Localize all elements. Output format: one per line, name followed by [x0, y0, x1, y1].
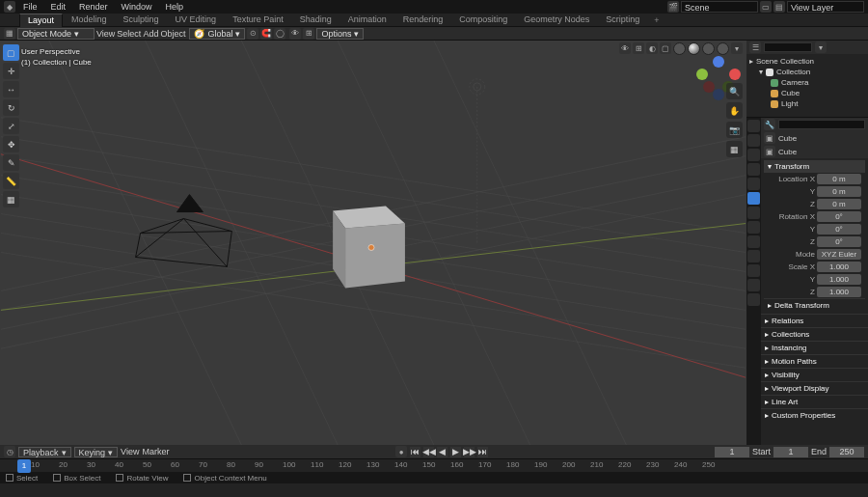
proportional-icon[interactable]: ◯: [274, 28, 285, 40]
tab-data[interactable]: [747, 264, 760, 277]
overlay-toggle[interactable]: 👁: [289, 28, 301, 40]
workspace-add[interactable]: +: [648, 15, 665, 25]
tab-texture[interactable]: [747, 293, 760, 306]
tab-viewlayer[interactable]: [747, 149, 760, 161]
jump-start[interactable]: ⏮: [410, 447, 420, 457]
tool-annotate[interactable]: ✎: [3, 154, 19, 171]
tool-scale[interactable]: ⤢: [3, 118, 19, 134]
tab-constraint[interactable]: [747, 250, 760, 262]
gizmo-neg-z[interactable]: [713, 89, 724, 100]
shading-options-icon[interactable]: ▾: [731, 42, 743, 54]
props-search[interactable]: [778, 120, 865, 129]
timeline-view[interactable]: View: [121, 447, 139, 456]
pivot-icon[interactable]: ⊙: [247, 28, 258, 40]
panel-custom-properties[interactable]: ▸Custom Properties: [761, 408, 868, 422]
jump-end[interactable]: ⏭: [477, 447, 488, 457]
tab-object[interactable]: [747, 192, 760, 205]
tab-modeling[interactable]: Modeling: [64, 14, 115, 26]
menu-file[interactable]: File: [17, 1, 43, 13]
tab-scene[interactable]: [747, 163, 760, 176]
tab-animation[interactable]: Animation: [340, 14, 394, 26]
tool-cursor[interactable]: ✛: [3, 63, 19, 79]
playback-menu[interactable]: Playback▾: [18, 447, 71, 457]
outliner-scene-collection[interactable]: ▸Scene Collection: [749, 56, 865, 67]
overlay-icon[interactable]: ◐: [646, 42, 658, 54]
tab-rendering[interactable]: Rendering: [395, 14, 451, 26]
nav-pan[interactable]: ✋: [726, 102, 743, 119]
keying-menu[interactable]: Keying▾: [74, 447, 119, 457]
scene-name-field[interactable]: Scene: [681, 1, 758, 13]
xray-icon[interactable]: ▢: [660, 42, 671, 54]
tab-scripting[interactable]: Scripting: [598, 14, 647, 26]
gizmo-vis-icon[interactable]: ⊞: [633, 42, 644, 54]
nav-persp[interactable]: ▦: [726, 141, 743, 157]
mode-dropdown[interactable]: Object Mode▾: [17, 28, 95, 40]
viewport-3d[interactable]: User Perspective (1) Collection | Cube ▢…: [0, 41, 746, 445]
props-editor-icon[interactable]: 🔧: [764, 119, 775, 130]
tab-physics[interactable]: [747, 235, 760, 248]
menu-object[interactable]: Object: [160, 29, 185, 39]
tab-shading[interactable]: Shading: [292, 14, 339, 26]
panel-line-art[interactable]: ▸Line Art: [761, 395, 868, 408]
location-z[interactable]: 0 m: [817, 199, 861, 209]
tab-world[interactable]: [747, 178, 760, 190]
timeline-ruler[interactable]: 1 10203040506070809010011012013014015016…: [0, 458, 868, 472]
tool-select-box[interactable]: ▢: [3, 44, 19, 61]
shading-solid[interactable]: [688, 42, 700, 55]
view-object-types[interactable]: 👁: [619, 42, 631, 54]
tab-material[interactable]: [747, 279, 760, 291]
tab-layout[interactable]: Layout: [19, 14, 63, 27]
tab-uv[interactable]: UV Editing: [168, 14, 225, 26]
location-x[interactable]: 0 m: [817, 174, 861, 184]
playhead[interactable]: 1: [17, 459, 31, 473]
outliner-item-light[interactable]: Light: [749, 98, 865, 109]
scale-x[interactable]: 1.000: [817, 262, 861, 272]
outliner-search[interactable]: [764, 42, 812, 52]
tool-move[interactable]: ↔: [3, 81, 19, 97]
outliner-collection[interactable]: ▾Collection: [749, 67, 865, 77]
editor-type-icon[interactable]: ▦: [4, 28, 15, 40]
tab-compositing[interactable]: Compositing: [451, 14, 515, 26]
tool-add-cube[interactable]: ▦: [3, 191, 19, 207]
blender-icon[interactable]: ◆: [4, 1, 15, 13]
menu-select[interactable]: Select: [117, 29, 141, 39]
menu-add[interactable]: Add: [143, 29, 158, 39]
tab-modifier[interactable]: [747, 207, 760, 219]
viewlayer-new-icon[interactable]: ▭: [760, 1, 772, 13]
outliner-item-camera[interactable]: Camera: [749, 77, 865, 88]
gizmo-toggle[interactable]: ⊞: [303, 28, 314, 40]
location-y[interactable]: 0 m: [817, 186, 861, 197]
panel-visibility[interactable]: ▸Visibility: [761, 368, 868, 381]
snap-icon[interactable]: 🧲: [260, 28, 272, 40]
tab-output[interactable]: [747, 134, 760, 147]
tab-render[interactable]: [747, 120, 760, 132]
options-dropdown[interactable]: Options▾: [316, 28, 364, 40]
rotation-y[interactable]: 0°: [817, 224, 861, 235]
tab-geonodes[interactable]: Geometry Nodes: [516, 14, 597, 26]
frame-current[interactable]: 1: [715, 447, 749, 457]
shading-rendered[interactable]: [717, 42, 729, 55]
menu-render[interactable]: Render: [73, 1, 114, 13]
keyframe-prev[interactable]: ◀◀: [423, 447, 434, 457]
gizmo-z[interactable]: [713, 56, 724, 68]
panel-delta[interactable]: ▸Delta Transform: [764, 298, 865, 312]
scale-y[interactable]: 1.000: [817, 274, 861, 285]
tool-rotate[interactable]: ↻: [3, 99, 19, 116]
gizmo-x[interactable]: [729, 69, 741, 80]
rotation-z[interactable]: 0°: [817, 236, 861, 247]
menu-edit[interactable]: Edit: [45, 1, 72, 13]
nav-zoom[interactable]: 🔍: [726, 83, 743, 99]
autokey-icon[interactable]: ●: [395, 446, 407, 457]
timeline-editor-icon[interactable]: ◷: [4, 446, 15, 457]
frame-start[interactable]: 1: [773, 447, 808, 457]
keyframe-next[interactable]: ▶▶: [464, 447, 475, 457]
tab-texture[interactable]: Texture Paint: [225, 14, 291, 26]
frame-end[interactable]: 250: [829, 447, 864, 457]
panel-transform[interactable]: ▾Transform: [764, 160, 865, 173]
viewlayer-field[interactable]: View Layer: [787, 1, 864, 13]
scale-z[interactable]: 1.000: [817, 287, 861, 297]
gizmo-y[interactable]: [696, 69, 708, 80]
rotation-x[interactable]: 0°: [817, 211, 861, 222]
panel-instancing[interactable]: ▸Instancing: [761, 341, 868, 354]
menu-window[interactable]: Window: [116, 1, 158, 13]
